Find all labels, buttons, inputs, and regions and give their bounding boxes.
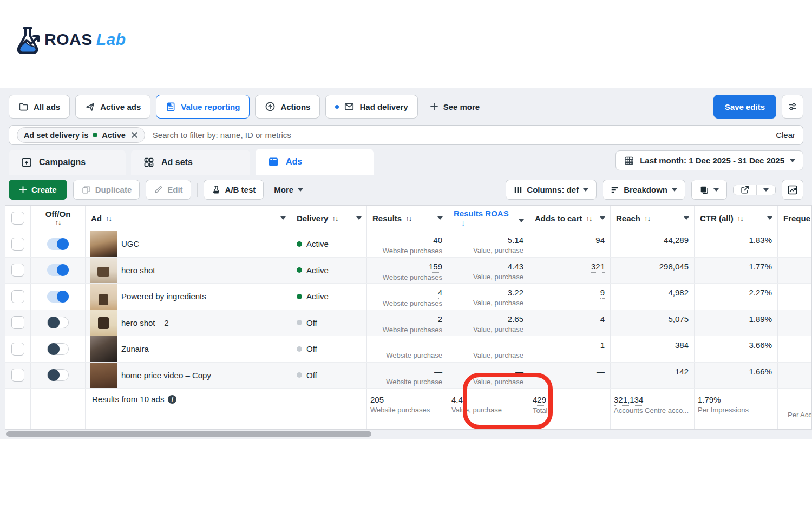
row-checkbox[interactable] [11, 264, 24, 277]
chevron-down-icon[interactable] [356, 216, 362, 220]
tab-ads[interactable]: Ads [256, 149, 374, 175]
date-range-selector[interactable]: Last month: 1 Dec 2025 - 31 Dec 2025 [615, 150, 803, 170]
search-input[interactable]: Search to filter by: name, ID or metrics [153, 130, 768, 140]
plus-icon [430, 102, 438, 111]
table-row[interactable]: UGC Active 40Website purchases 5.14Value… [5, 231, 811, 258]
reach-value: 5,075 [668, 314, 689, 325]
results-value: 40 [433, 235, 442, 246]
active-ads-button[interactable]: Active ads [75, 95, 150, 119]
actions-button[interactable]: Actions [255, 95, 320, 119]
edit-button[interactable]: Edit [146, 180, 191, 200]
ad-toggle[interactable] [47, 343, 69, 355]
ad-name[interactable]: Powered by ingredients [121, 292, 206, 301]
duplicate-button[interactable]: Duplicate [73, 180, 140, 200]
tab-ad-sets[interactable]: Ad sets [131, 150, 250, 175]
totals-adds-to-cart-value: 429 [533, 394, 546, 406]
all-ads-button[interactable]: All ads [9, 95, 70, 119]
column-header-frequency[interactable]: Freque [778, 206, 812, 231]
adds-to-cart-value: 1 [600, 340, 605, 351]
row-checkbox[interactable] [11, 343, 24, 356]
ab-test-button[interactable]: A/B test [204, 180, 264, 200]
chevron-down-icon [763, 188, 769, 192]
reach-value: 4,982 [668, 287, 689, 298]
chevron-down-icon[interactable] [767, 216, 772, 220]
select-all-checkbox[interactable] [11, 212, 24, 225]
row-checkbox[interactable] [11, 369, 24, 382]
active-status-dot [93, 133, 97, 137]
export-options-button[interactable] [756, 185, 775, 195]
totals-roas-value: 4.47 [451, 394, 467, 405]
breakdown-button[interactable]: Breakdown [603, 180, 685, 200]
chevron-down-icon[interactable] [519, 219, 524, 222]
results-value: — [434, 340, 442, 351]
reports-button[interactable] [691, 180, 727, 200]
had-delivery-button[interactable]: Had delivery [325, 95, 417, 119]
info-icon[interactable]: i [168, 395, 176, 404]
roas-value: — [515, 340, 523, 351]
ad-name[interactable]: home price video – Copy [121, 371, 211, 380]
ad-toggle[interactable] [47, 369, 69, 381]
chip-close-icon[interactable] [131, 132, 138, 139]
chevron-down-icon[interactable] [280, 216, 286, 220]
ad-toggle[interactable] [47, 317, 69, 328]
table-header-row: Off/On↑↓ Ad↑↓ Delivery↑↓ Results↑↓ Resul… [5, 206, 811, 231]
table-row[interactable]: Zunaira Off —Website purchase —Value, pu… [5, 336, 811, 363]
columns-button[interactable]: Columns: def [506, 180, 597, 200]
chevron-down-icon[interactable] [600, 216, 605, 220]
row-checkbox[interactable] [11, 290, 24, 303]
ad-name[interactable]: UGC [121, 239, 139, 248]
ad-name[interactable]: hero shot – 2 [121, 318, 169, 327]
settings-sliders-button[interactable] [782, 95, 803, 119]
ad-toggle[interactable] [47, 291, 69, 303]
ad-toggle[interactable] [47, 264, 69, 276]
column-header-ad[interactable]: Ad↑↓ [86, 206, 291, 231]
roas-sublabel: Value, purchase [473, 272, 523, 282]
column-header-results-roas[interactable]: Results ROAS↓ [448, 206, 529, 231]
clear-filters-button[interactable]: Clear [776, 130, 795, 140]
save-edits-button[interactable]: Save edits [713, 95, 776, 119]
column-header-results[interactable]: Results↑↓ [367, 206, 448, 231]
adds-to-cart-value: 321 [591, 261, 605, 273]
column-header-ctr[interactable]: CTR (all)↑↓ [695, 206, 778, 231]
chevron-down-icon[interactable] [684, 216, 689, 220]
tab-campaigns[interactable]: Campaigns [9, 150, 126, 175]
row-checkbox[interactable] [11, 316, 24, 329]
ad-name[interactable]: Zunaira [121, 344, 149, 353]
create-button[interactable]: Create [9, 180, 67, 200]
table-totals-row: Results from 10 ads i 205Website purchas… [5, 389, 811, 430]
table-row[interactable]: hero shot – 2 Off 2Website purchases 2.6… [5, 310, 811, 337]
charts-button[interactable] [782, 180, 803, 200]
row-checkbox[interactable] [11, 238, 24, 251]
report-document-icon [166, 102, 176, 112]
table-row[interactable]: Powered by ingredients Active 4Website p… [5, 284, 811, 310]
more-menu-button[interactable]: More [270, 185, 307, 194]
export-button[interactable] [734, 185, 756, 195]
table-actions-bar: Create Duplicate Edit A/B test More [9, 180, 803, 200]
reach-value: 142 [675, 366, 689, 377]
table-row[interactable]: hero shot Active 159Website purchases 4.… [5, 258, 811, 284]
results-sublabel: Website purchase [386, 377, 442, 387]
adds-to-cart-value: 4 [600, 314, 605, 325]
chevron-down-icon[interactable] [437, 216, 443, 220]
column-header-off-on[interactable]: Off/On↑↓ [31, 206, 86, 231]
filter-chip-ad-set-delivery[interactable]: Ad set delivery is Active [17, 127, 145, 143]
envelope-icon [344, 101, 355, 112]
column-header-delivery[interactable]: Delivery↑↓ [291, 206, 367, 231]
brand-name: ROASLab [44, 30, 126, 49]
results-sublabel: Website purchase [386, 351, 442, 360]
chevron-down-icon [713, 188, 719, 192]
horizontal-scrollbar[interactable] [6, 431, 371, 437]
see-more-button[interactable]: See more [430, 102, 480, 111]
main-panel: All ads Active ads Value reporting Actio… [0, 88, 812, 439]
filter-toolbar: All ads Active ads Value reporting Actio… [9, 95, 803, 119]
column-header-adds-to-cart[interactable]: Adds to cart↑↓ [529, 206, 611, 231]
ad-name[interactable]: hero shot [121, 266, 155, 275]
value-reporting-button[interactable]: Value reporting [156, 95, 250, 119]
reach-value: 44,289 [664, 235, 689, 246]
off-status-dot [297, 372, 302, 378]
ads-card-icon [267, 156, 279, 168]
ad-toggle[interactable] [47, 238, 69, 250]
column-header-reach[interactable]: Reach↑↓ [611, 206, 695, 231]
table-row[interactable]: home price video – Copy Off —Website pur… [5, 363, 811, 389]
divider [197, 183, 198, 197]
